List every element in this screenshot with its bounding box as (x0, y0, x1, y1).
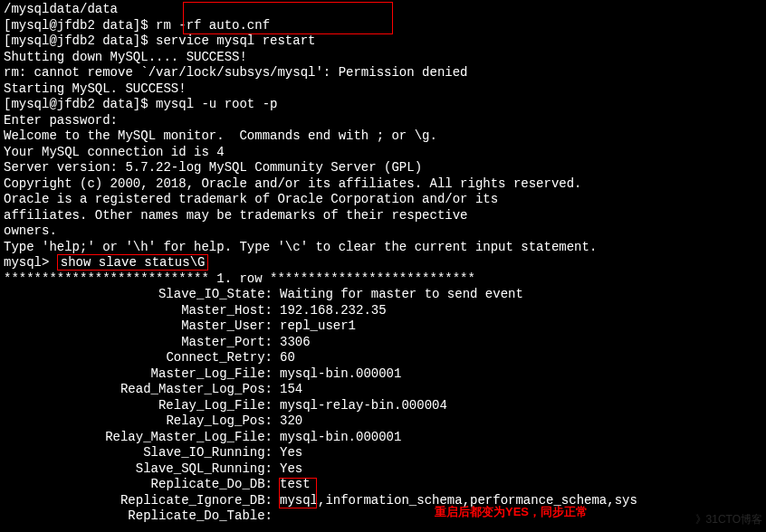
terminal-line: [mysql@jfdb2 data]$ rm -rf auto.cnf (4, 18, 762, 34)
terminal-line: [mysql@jfdb2 data]$ mysql -u root -p (4, 97, 762, 113)
status-label: Read_Master_Log_Pos: (4, 382, 280, 398)
terminal-line: Welcome to the MySQL monitor. Commands e… (4, 128, 762, 145)
shell-prompt: [mysql@jfdb2 data]$ (4, 33, 156, 48)
terminal-line: Starting MySQL. SUCCESS! (4, 81, 762, 98)
status-row-connect-retry: Connect_Retry: 60 (4, 350, 762, 366)
status-row-master-log-file: Master_Log_File: mysql-bin.000001 (4, 366, 762, 383)
status-row-replicate-do-table: Replicate_Do_Table: (4, 508, 762, 525)
status-label: Relay_Master_Log_File: (4, 430, 280, 446)
status-value: 3306 (280, 335, 762, 351)
terminal-line: mysql> show slave status\G (4, 255, 762, 271)
terminal-line: Enter password: (4, 113, 762, 129)
status-value: Waiting for master to send event (280, 287, 762, 303)
annotation-text: 重启后都变为YES，同步正常 (435, 505, 588, 519)
status-value: test (280, 477, 762, 493)
status-value: repl_user1 (280, 318, 762, 335)
terminal-line: *************************** 1. row *****… (4, 271, 762, 288)
terminal-line: /mysqldata/data (4, 2, 762, 18)
status-label: Slave_SQL_Running: (4, 461, 280, 478)
status-row-relay-master-log-file: Relay_Master_Log_File: mysql-bin.000001 (4, 430, 762, 446)
status-row-slave-sql-running: Slave_SQL_Running: Yes (4, 461, 762, 478)
status-row-replicate-ignore-db: Replicate_Ignore_DB: mysql,information_s… (4, 493, 762, 509)
status-label: Relay_Log_File: (4, 398, 280, 414)
status-row-replicate-do-db: Replicate_Do_DB: test (4, 477, 762, 493)
terminal-line: [mysql@jfdb2 data]$ service mysql restar… (4, 33, 762, 50)
terminal-line: Oracle is a registered trademark of Orac… (4, 192, 762, 208)
status-label: Replicate_Do_DB: (4, 477, 280, 493)
terminal-line: Type 'help;' or '\h' for help. Type '\c'… (4, 240, 762, 256)
terminal-line: owners. (4, 223, 762, 240)
status-value: 60 (280, 350, 762, 366)
status-label: Master_Port: (4, 335, 280, 351)
command-text: service mysql restart (156, 33, 315, 48)
status-value: Yes (280, 461, 762, 478)
status-label: Slave_IO_Running: (4, 445, 280, 461)
status-value: 154 (280, 382, 762, 398)
status-label: Relay_Log_Pos: (4, 413, 280, 430)
status-row-master-host: Master_Host: 192.168.232.35 (4, 303, 762, 319)
status-value: 320 (280, 413, 762, 430)
status-value: mysql-relay-bin.000004 (280, 398, 762, 414)
status-label: Slave_IO_State: (4, 287, 280, 303)
status-value: mysql-bin.000001 (280, 430, 762, 446)
mysql-command: show slave status\G (57, 254, 209, 271)
terminal-line: Shutting down MySQL.... SUCCESS! (4, 50, 762, 66)
status-row-slave-io-state: Slave_IO_State: Waiting for master to se… (4, 287, 762, 303)
command-text: rm -rf auto.cnf (156, 18, 270, 33)
status-value: 192.168.232.35 (280, 303, 762, 319)
status-row-relay-log-pos: Relay_Log_Pos: 320 (4, 413, 762, 430)
status-row-slave-io-running: Slave_IO_Running: Yes (4, 445, 762, 461)
status-label: Connect_Retry: (4, 350, 280, 366)
status-label: Master_Host: (4, 303, 280, 319)
status-row-master-user: Master_User: repl_user1 (4, 318, 762, 335)
status-value: Yes (280, 445, 762, 461)
status-label: Replicate_Do_Table: (4, 508, 280, 525)
status-row-read-master-log-pos: Read_Master_Log_Pos: 154 (4, 382, 762, 398)
terminal-line: affiliates. Other names may be trademark… (4, 208, 762, 224)
terminal-line: Copyright (c) 2000, 2018, Oracle and/or … (4, 176, 762, 193)
shell-prompt: [mysql@jfdb2 data]$ (4, 18, 156, 33)
status-label: Replicate_Ignore_DB: (4, 493, 280, 509)
watermark: 》31CTO博客 (695, 513, 762, 527)
terminal-line: Server version: 5.7.22-log MySQL Communi… (4, 160, 762, 176)
status-label: Master_User: (4, 318, 280, 335)
status-row-relay-log-file: Relay_Log_File: mysql-relay-bin.000004 (4, 398, 762, 414)
terminal-line: rm: cannot remove `/var/lock/subsys/mysq… (4, 65, 762, 81)
terminal-line: Your MySQL connection id is 4 (4, 145, 762, 161)
status-row-master-port: Master_Port: 3306 (4, 335, 762, 351)
status-value: mysql-bin.000001 (280, 366, 762, 383)
status-label: Master_Log_File: (4, 366, 280, 383)
mysql-prompt: mysql> (4, 255, 57, 270)
